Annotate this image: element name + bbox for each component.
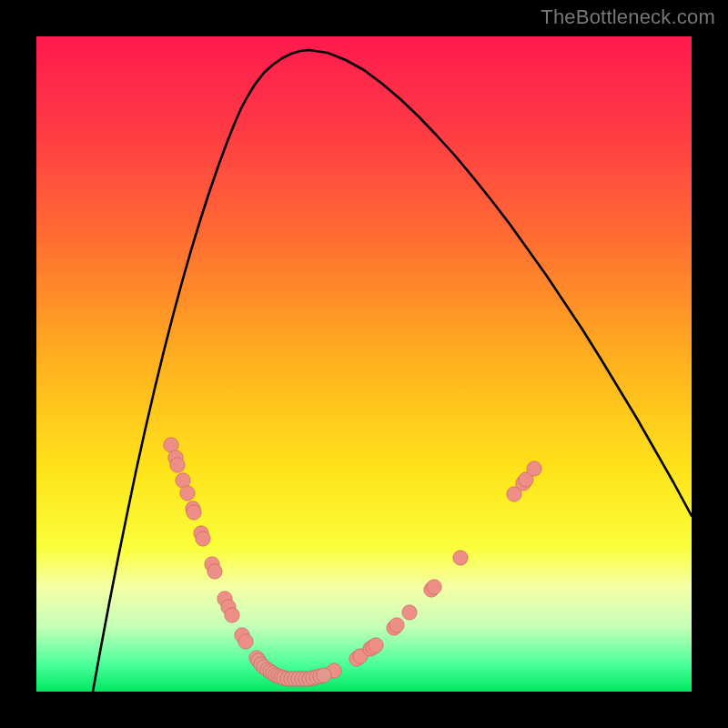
data-point bbox=[317, 668, 331, 682]
data-point bbox=[170, 458, 185, 472]
v-curve bbox=[93, 50, 692, 692]
data-point bbox=[369, 638, 383, 652]
data-point bbox=[402, 605, 417, 620]
plot-area bbox=[36, 36, 692, 692]
data-point bbox=[180, 486, 195, 500]
data-point bbox=[196, 531, 210, 546]
data-point bbox=[453, 551, 468, 565]
data-point bbox=[187, 505, 201, 520]
watermark-text: TheBottleneck.com bbox=[541, 5, 715, 29]
data-point bbox=[238, 634, 253, 649]
data-point bbox=[389, 618, 404, 632]
data-point bbox=[225, 608, 239, 622]
data-point bbox=[207, 564, 222, 579]
data-point bbox=[427, 580, 441, 594]
data-points bbox=[164, 438, 541, 686]
chart-frame: TheBottleneck.com bbox=[0, 0, 728, 728]
curve-layer bbox=[36, 36, 692, 692]
data-point bbox=[527, 461, 541, 476]
